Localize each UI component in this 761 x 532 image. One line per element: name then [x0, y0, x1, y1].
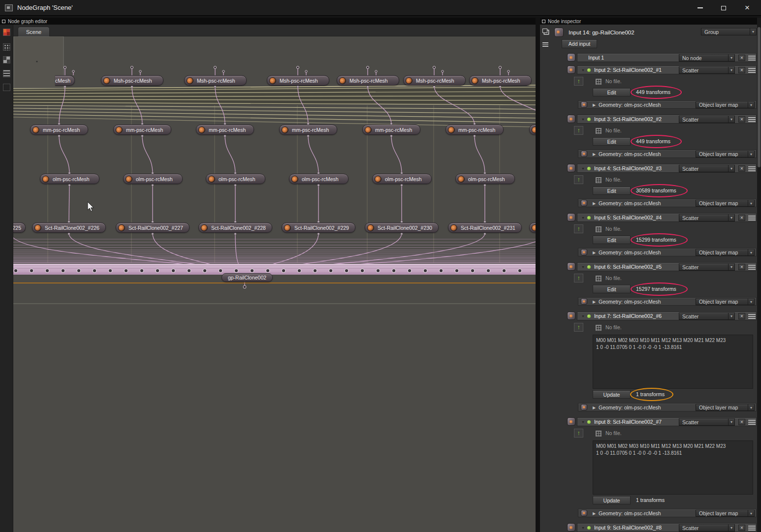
remove-input-button[interactable]: × [738, 55, 745, 61]
graph-node-msh[interactable]: Msh-psc-rcMesh [337, 75, 399, 86]
input-node-dropdown[interactable]: Scatter▾ [679, 66, 735, 74]
matrix-textarea[interactable]: M00 M01 M02 M03 M10 M11 M12 M13 M20 M21 … [593, 440, 753, 495]
input-header[interactable]: ▼ Input 6: Sct-RailClone002_#5 Scatter▾ … [577, 262, 757, 271]
update-button[interactable]: Update [593, 390, 631, 399]
enabled-dot-icon[interactable] [587, 420, 591, 424]
minimize-button[interactable] [688, 0, 712, 16]
collapse-triangle-icon[interactable]: ▼ [581, 68, 585, 72]
import-icon[interactable]: ↑ [574, 224, 583, 233]
graph-node-mm[interactable]: mm-psc-rcMesh [279, 125, 337, 135]
graph-node-olm[interactable]: olm-psc-rcMesh [40, 174, 99, 184]
toolbar-grid-icon[interactable] [3, 84, 10, 91]
stack-icon[interactable] [542, 29, 547, 33]
close-button[interactable]: × [735, 0, 759, 16]
input-node-dropdown[interactable]: No node▾ [679, 54, 735, 62]
graph-node-mm-partial[interactable]: mm-psc-rcMesh [529, 125, 536, 135]
graph-node-mm[interactable]: mm-psc-rcMesh [445, 125, 504, 135]
input-node-dropdown[interactable]: Scatter▾ [679, 524, 735, 532]
graph-node-sct-partial[interactable]: Sct-RailClone002_#225 [13, 222, 26, 233]
menu-icon[interactable] [748, 314, 756, 319]
graph-node-olm[interactable]: olm-psc-rcMesh [289, 174, 349, 184]
input-node-dropdown[interactable]: Scatter▾ [679, 263, 735, 271]
layer-map-dropdown[interactable]: Object layer map▾ [696, 200, 755, 207]
graph-node-sct[interactable]: Sct-RailClone002_#231 [448, 222, 522, 233]
input-node-dropdown[interactable]: Scatter▾ [679, 418, 735, 426]
expand-triangle-icon[interactable]: ▶ [593, 103, 596, 107]
input-node-dropdown[interactable]: Scatter▾ [679, 313, 735, 320]
layer-map-dropdown[interactable]: Object layer map▾ [696, 404, 755, 411]
graph-node-msh[interactable]: Msh-psc-rcMesh [403, 75, 466, 86]
matrix-textarea[interactable]: M00 M01 M02 M03 M10 M11 M12 M13 M20 M21 … [593, 335, 753, 389]
enabled-dot-icon[interactable] [587, 216, 591, 219]
update-button[interactable]: Update [593, 496, 631, 504]
remove-input-button[interactable]: × [738, 215, 745, 221]
graph-node-sct[interactable]: Sct-RailClone002_#230 [365, 222, 439, 233]
graph-node-group[interactable]: gp-RailClone002 [222, 273, 273, 282]
collapse-triangle-icon[interactable]: ▼ [581, 118, 585, 121]
import-icon[interactable]: ↑ [574, 323, 583, 332]
graph-node-olm[interactable]: olm-psc-rcMesh [455, 174, 515, 184]
graph-node-msh[interactable]: Msh-psc-rcMesh [469, 75, 532, 86]
layer-map-dropdown[interactable]: Object layer map▾ [696, 510, 755, 517]
input-header[interactable]: ▼ Input 5: Sct-RailClone002_#4 Scatter▾ … [577, 213, 757, 222]
input-header[interactable]: ▼ Input 3: Sct-RailClone002_#2 Scatter▾ … [577, 115, 757, 124]
enabled-dot-icon[interactable] [587, 68, 591, 72]
graph-node-olm[interactable]: olm-psc-rcMesh [123, 174, 183, 184]
enabled-dot-icon[interactable] [587, 265, 591, 269]
graph-node-mm[interactable]: mm-psc-rcMesh [362, 125, 420, 135]
import-icon[interactable]: ↑ [574, 126, 583, 135]
graph-node-mm[interactable]: mm-psc-rcMesh [113, 125, 171, 135]
import-icon[interactable]: ↑ [574, 175, 583, 184]
import-icon[interactable]: ↑ [574, 77, 583, 86]
maximize-button[interactable] [712, 0, 735, 16]
collapse-triangle-icon[interactable]: ▼ [581, 167, 585, 170]
import-icon[interactable]: ↑ [574, 429, 583, 438]
graph-node-sct[interactable]: Sct-RailClone002_#228 [198, 222, 272, 233]
input-node-dropdown[interactable]: Scatter▾ [679, 214, 735, 221]
remove-input-button[interactable]: × [738, 165, 745, 172]
graph-node-sct[interactable]: Sct-RailClone002_#229 [282, 222, 355, 233]
import-icon[interactable]: ↑ [574, 274, 583, 282]
graph-node-msh[interactable]: Msh-psc-rcMesh [101, 75, 163, 86]
graph-node-mm[interactable]: mm-psc-rcMesh [196, 125, 254, 135]
graph-canvas[interactable]: Msh-psc-rcMesh Msh-psc-rcMesh Msh-psc-rc… [13, 36, 536, 532]
menu-icon[interactable] [748, 526, 756, 531]
graph-node-mm[interactable]: mm-psc-rcMesh [30, 125, 88, 135]
edit-button[interactable]: Edit [593, 88, 631, 96]
geometry-row[interactable]: ▶ Geometry: olm-psc-rcMesh Object layer … [578, 199, 757, 207]
toolbar-list-icon[interactable] [3, 70, 10, 77]
input-node-dropdown[interactable]: Scatter▾ [679, 165, 735, 172]
menu-icon[interactable] [748, 166, 756, 171]
menu-icon[interactable] [748, 265, 756, 270]
enabled-dot-icon[interactable] [587, 314, 591, 318]
expand-triangle-icon[interactable]: ▶ [593, 201, 596, 206]
collapse-triangle-icon[interactable]: ▼ [581, 420, 585, 424]
input-header[interactable]: ▼ Input 9: Sct-RailClone002_#8 Scatter▾ … [577, 523, 757, 532]
node-type-dropdown[interactable]: Group ▾ [701, 28, 757, 35]
enabled-dot-icon[interactable] [587, 526, 591, 530]
edit-button[interactable]: Edit [593, 285, 631, 293]
input-node-dropdown[interactable]: Scatter▾ [679, 116, 735, 123]
graph-node-msh[interactable]: Msh-psc-rcMesh [267, 75, 329, 86]
graph-node-msh[interactable]: Msh-psc-rcMesh [184, 75, 247, 86]
edit-button[interactable]: Edit [593, 236, 631, 244]
expand-triangle-icon[interactable]: ▶ [593, 152, 596, 156]
tab-scene[interactable]: Scene [18, 27, 50, 36]
collapse-triangle-icon[interactable]: ▼ [581, 526, 585, 530]
expand-triangle-icon[interactable]: ▶ [593, 300, 596, 304]
layer-map-dropdown[interactable]: Object layer map▾ [696, 249, 755, 256]
expand-triangle-icon[interactable]: ▶ [593, 250, 596, 255]
geometry-row[interactable]: ▶ Geometry: olm-psc-rcMesh Object layer … [578, 403, 757, 411]
panel-divider[interactable] [536, 18, 540, 532]
input-header[interactable]: Input 1 No node▾ × [577, 53, 757, 62]
remove-input-button[interactable]: × [738, 264, 745, 270]
input-header[interactable]: ▼ Input 7: Sct-RailClone002_#6 Scatter▾ … [577, 312, 757, 320]
geometry-row[interactable]: ▶ Geometry: olm-psc-rcMesh Object layer … [578, 100, 757, 109]
graph-node-olm[interactable]: olm-psc-rcMesh [372, 174, 432, 184]
graph-node-msh-partial[interactable]: Msh-psc-rcMesh [55, 75, 75, 86]
menu-icon[interactable] [748, 68, 756, 73]
menu-icon[interactable] [748, 420, 756, 425]
scrollbar-thumb[interactable] [758, 27, 761, 167]
remove-input-button[interactable]: × [738, 67, 745, 73]
input-header[interactable]: ▼ Input 2: Sct-RailClone002_#1 Scatter▾ … [577, 65, 757, 74]
